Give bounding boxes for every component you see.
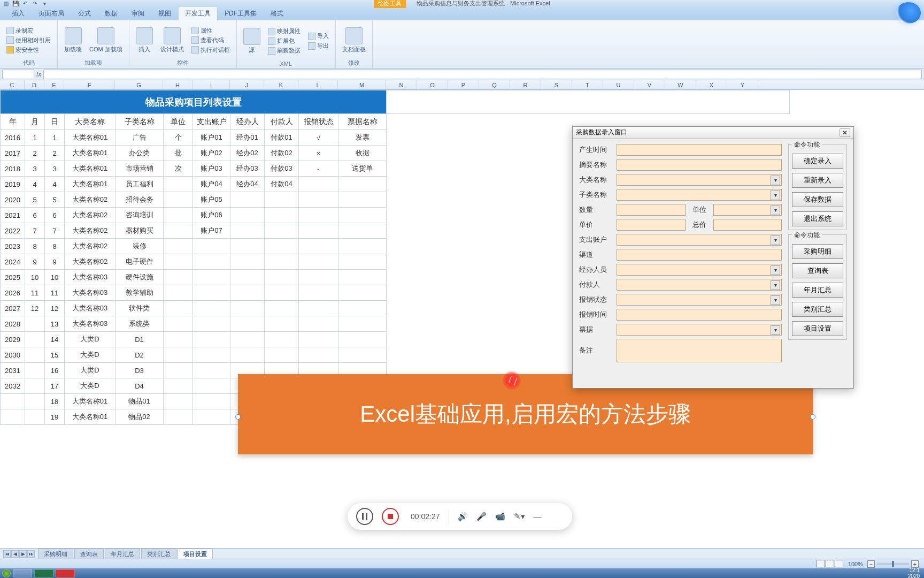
column-header-cell[interactable]: 票据名称: [338, 114, 387, 130]
sheet-tab-active[interactable]: 项目设置: [178, 549, 213, 559]
tab-review[interactable]: 审阅: [125, 7, 151, 20]
cell[interactable]: [193, 301, 230, 316]
tab-developer[interactable]: 开发工具: [179, 7, 217, 20]
cell[interactable]: [164, 363, 193, 378]
col-header[interactable]: Q: [479, 80, 510, 89]
cell[interactable]: [265, 347, 299, 363]
cell[interactable]: 2021: [1, 208, 25, 223]
combo-subcategory[interactable]: [617, 189, 782, 201]
category-button[interactable]: 类别汇总: [792, 302, 843, 317]
cell[interactable]: 大类D: [65, 347, 116, 363]
cell[interactable]: 大类名称01: [65, 146, 116, 161]
cell[interactable]: [164, 223, 193, 239]
cell[interactable]: 15: [45, 347, 65, 363]
cell[interactable]: [338, 285, 387, 301]
sheet-tab[interactable]: 类别汇总: [141, 549, 176, 559]
cell[interactable]: [193, 347, 230, 363]
cell[interactable]: [265, 301, 299, 316]
cell[interactable]: [164, 347, 193, 363]
expand-pack-button[interactable]: 扩展包: [266, 36, 303, 45]
run-dialog-button[interactable]: 执行对话框: [189, 45, 232, 55]
cell[interactable]: 6: [25, 208, 45, 223]
col-header[interactable]: W: [665, 80, 696, 89]
tab-formulas[interactable]: 公式: [72, 7, 97, 20]
cell[interactable]: [299, 270, 338, 285]
cell[interactable]: 2018: [1, 161, 25, 177]
tab-format[interactable]: 格式: [264, 7, 290, 20]
cell[interactable]: [164, 208, 193, 223]
combo-account[interactable]: [617, 234, 782, 246]
cell[interactable]: [164, 192, 193, 208]
cell[interactable]: 大类名称01: [65, 394, 116, 409]
cell[interactable]: 付款04: [265, 177, 299, 192]
view-code-button[interactable]: 查看代码: [189, 36, 232, 45]
cell[interactable]: 发票: [338, 130, 387, 146]
cell[interactable]: [193, 254, 230, 270]
cell[interactable]: 软件类: [116, 301, 164, 316]
col-header[interactable]: X: [696, 80, 727, 89]
cell[interactable]: -: [299, 161, 338, 177]
reset-button[interactable]: 重新录入: [792, 173, 843, 188]
cell[interactable]: 11: [25, 285, 45, 301]
sheet-tab[interactable]: 采购明细: [38, 549, 73, 559]
cell[interactable]: 大类名称03: [65, 285, 116, 301]
relative-ref-button[interactable]: 使用相对引用: [4, 36, 53, 45]
cell[interactable]: 大类名称02: [65, 223, 116, 239]
cell[interactable]: 大类名称03: [65, 301, 116, 316]
first-sheet-icon[interactable]: ⏮: [3, 550, 11, 558]
cell[interactable]: D4: [116, 378, 164, 394]
cell[interactable]: [193, 378, 230, 394]
col-header[interactable]: M: [338, 80, 386, 89]
col-header[interactable]: K: [264, 80, 298, 89]
cell[interactable]: 2020: [1, 192, 25, 208]
cell[interactable]: [265, 316, 299, 332]
col-header[interactable]: Y: [727, 80, 758, 89]
cell[interactable]: 物品01: [116, 394, 164, 409]
cell[interactable]: 3: [25, 161, 45, 177]
exit-button[interactable]: 退出系统: [792, 211, 843, 226]
cell[interactable]: [265, 239, 299, 254]
pause-button[interactable]: [356, 508, 373, 525]
combo-payer[interactable]: [617, 279, 782, 291]
cell[interactable]: 电子硬件: [116, 254, 164, 270]
cell[interactable]: 2: [45, 146, 65, 161]
col-header[interactable]: V: [634, 80, 665, 89]
cell[interactable]: [338, 223, 387, 239]
cell[interactable]: [25, 316, 45, 332]
cell[interactable]: [1, 409, 25, 425]
cell[interactable]: 教学辅助: [116, 285, 164, 301]
cell[interactable]: [164, 301, 193, 316]
cell[interactable]: [299, 285, 338, 301]
cell[interactable]: [338, 192, 387, 208]
doc-panel-button[interactable]: 文档面板: [340, 26, 368, 55]
cell[interactable]: 个: [164, 130, 193, 146]
cell[interactable]: D1: [116, 332, 164, 347]
cell[interactable]: 2023: [1, 239, 25, 254]
cell[interactable]: [193, 239, 230, 254]
cell[interactable]: 2028: [1, 316, 25, 332]
cell[interactable]: 2022: [1, 223, 25, 239]
pen-icon[interactable]: ✎▾: [514, 512, 525, 521]
cell[interactable]: 2031: [1, 363, 25, 378]
col-header[interactable]: L: [298, 80, 338, 89]
cell[interactable]: [230, 316, 265, 332]
zoom-out-button[interactable]: −: [867, 560, 875, 568]
cell[interactable]: [193, 270, 230, 285]
cell[interactable]: [230, 239, 265, 254]
column-header-cell[interactable]: 日: [45, 114, 65, 130]
cell[interactable]: 大类D: [65, 332, 116, 347]
cell[interactable]: 付款02: [265, 146, 299, 161]
cell[interactable]: 经办02: [230, 146, 265, 161]
cell[interactable]: [193, 332, 230, 347]
col-header[interactable]: I: [192, 80, 230, 89]
cell[interactable]: 12: [25, 301, 45, 316]
xml-import-button[interactable]: 导入: [306, 32, 331, 41]
input-total[interactable]: [713, 219, 782, 231]
cell[interactable]: ×: [299, 146, 338, 161]
cell[interactable]: 硬件设施: [116, 270, 164, 285]
redo-icon[interactable]: ↷: [31, 0, 38, 6]
cell[interactable]: [25, 378, 45, 394]
cell[interactable]: 2016: [1, 130, 25, 146]
cell[interactable]: 18: [45, 394, 65, 409]
column-header-cell[interactable]: 年: [1, 114, 25, 130]
